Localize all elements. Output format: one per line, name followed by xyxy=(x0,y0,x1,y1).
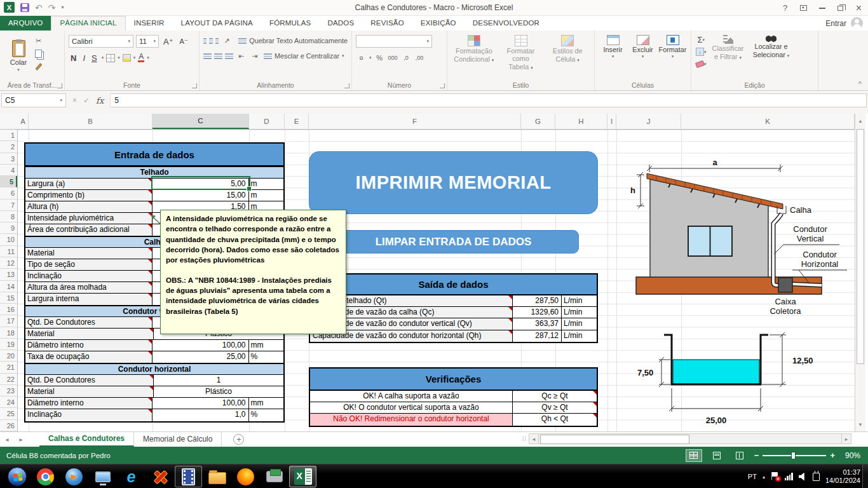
taskbar-remote-desktop[interactable] xyxy=(89,466,116,487)
entrada-label[interactable]: Material xyxy=(25,329,154,339)
zoom-slider-handle[interactable] xyxy=(791,452,796,459)
row-header-15[interactable]: 15 xyxy=(0,292,17,304)
row-header-12[interactable]: 12 xyxy=(0,257,17,269)
sort-filter-button[interactable]: Classificar e Filtrar ▾ xyxy=(707,33,749,80)
italic-button[interactable]: I xyxy=(81,53,87,63)
format-cells-button[interactable]: Formatar ▾ xyxy=(658,33,687,80)
splitter-handle[interactable]: ⁞⁞ xyxy=(522,436,527,442)
ribbon-tab-exibicao[interactable]: EXIBIÇÃO xyxy=(412,16,465,30)
device-icon[interactable] xyxy=(813,473,820,481)
horizontal-scroll-thumb[interactable] xyxy=(540,435,689,444)
sheet-nav-left-icon[interactable]: ◂ xyxy=(0,432,14,447)
increase-decimal-button[interactable]: ,0 xyxy=(401,53,412,64)
ribbon-tab-dados[interactable]: DADOS xyxy=(319,16,362,30)
entrada-label[interactable]: Área de contribuição adicional xyxy=(25,224,153,235)
row-header-20[interactable]: 20 xyxy=(0,350,17,362)
scroll-up-arrow[interactable]: ▴ xyxy=(855,115,865,126)
restore-button[interactable] xyxy=(831,0,850,16)
column-header-e[interactable]: E xyxy=(285,114,309,129)
page-break-view-button[interactable] xyxy=(731,449,748,462)
confirm-entry-icon[interactable]: ✓ xyxy=(83,96,90,105)
find-select-button[interactable]: Localizar e Selecionar ▾ xyxy=(749,33,794,80)
align-middle-button[interactable] xyxy=(209,38,212,44)
saida-value[interactable]: 287,50 xyxy=(513,295,562,306)
saida-value[interactable]: 363,37 xyxy=(513,318,562,329)
borders-button[interactable] xyxy=(106,54,115,62)
cut-button[interactable]: ✂ xyxy=(33,36,44,46)
autosum-button[interactable]: Σ ▾ xyxy=(695,34,707,45)
minimize-button[interactable] xyxy=(813,0,831,16)
entrada-value[interactable]: 1,0 xyxy=(153,409,248,421)
font-color-button[interactable]: A xyxy=(138,53,144,62)
ribbon-tab-revisao[interactable]: REVISÃO xyxy=(362,16,412,30)
entrada-label[interactable]: Taxa de ocupação xyxy=(25,351,153,362)
font-dialog-launcher[interactable] xyxy=(192,83,197,88)
normal-view-button[interactable] xyxy=(686,449,702,462)
align-top-button[interactable] xyxy=(203,38,207,44)
entrada-label[interactable]: Altura (h) xyxy=(25,201,153,212)
column-header-b[interactable]: B xyxy=(29,114,153,129)
row-header-3[interactable]: 3 xyxy=(0,153,17,165)
font-name-select[interactable]: Calibri▾ xyxy=(69,35,133,48)
entrada-value[interactable]: 100,00 xyxy=(153,398,248,409)
row-header-5[interactable]: 5 xyxy=(0,176,17,187)
entrada-label[interactable]: Diâmetro interno xyxy=(25,340,153,351)
entrada-value[interactable]: 100,00 xyxy=(153,340,248,351)
row-header-13[interactable]: 13 xyxy=(0,269,17,280)
sheet-tab-memorial-de-calculo[interactable]: Memorial de Cálculo xyxy=(134,432,222,447)
entrada-label[interactable]: Comprimento (b) xyxy=(25,190,153,201)
fill-color-button[interactable] xyxy=(123,54,131,62)
merge-center-button[interactable]: Mesclar e Centralizar xyxy=(275,52,339,60)
entrada-label[interactable]: Intensidade pluviométrica xyxy=(25,213,153,224)
row-header-1[interactable]: 1 xyxy=(0,130,17,141)
start-button[interactable] xyxy=(3,466,31,487)
increase-indent-button[interactable]: ⇥ xyxy=(249,51,260,62)
scroll-right-arrow[interactable]: ▸ xyxy=(841,433,851,444)
imprimir-memorial-button[interactable]: IMPRIMIR MEMORIAL xyxy=(309,151,598,214)
taskbar-internet-explorer[interactable]: e xyxy=(118,466,145,487)
row-header-9[interactable]: 9 xyxy=(0,222,17,234)
action-center-icon[interactable]: ✕ xyxy=(771,472,779,481)
align-bottom-button[interactable] xyxy=(215,38,219,44)
entrada-unit[interactable]: mm xyxy=(248,398,283,409)
entrada-label[interactable]: Diâmetro interno xyxy=(25,398,153,409)
ribbon-tab-formulas[interactable]: FÓRMULAS xyxy=(261,16,320,30)
entrada-label[interactable]: Tipo de seção xyxy=(25,259,153,270)
entrada-label[interactable]: Inclinação xyxy=(25,409,153,421)
row-header-17[interactable]: 17 xyxy=(0,315,17,327)
format-as-table-button[interactable]: Formatar como Tabela ▾ xyxy=(498,33,544,80)
verificacao-status[interactable]: Não OK! Redimensionar o condutor horizon… xyxy=(310,414,513,425)
formula-input[interactable]: 5 xyxy=(111,93,867,107)
ribbon-tab-pagina-inicial[interactable]: PÁGINA INICIAL xyxy=(51,16,125,30)
verificacao-formula[interactable]: Qc ≥ Qt xyxy=(513,391,597,402)
close-button[interactable]: × xyxy=(850,0,868,16)
entrada-unit[interactable]: m xyxy=(248,179,283,189)
ribbon-tab-arquivo[interactable]: ARQUIVO xyxy=(0,16,51,30)
column-header-h[interactable]: H xyxy=(555,114,607,129)
zoom-out-button[interactable]: − xyxy=(754,451,759,460)
avatar[interactable] xyxy=(851,17,863,29)
saida-value[interactable]: 1329,60 xyxy=(513,307,562,318)
ribbon-display-button[interactable] xyxy=(794,0,813,16)
column-header-i[interactable]: I xyxy=(607,114,616,129)
percent-style-button[interactable]: % xyxy=(374,53,385,64)
row-header-10[interactable]: 10 xyxy=(0,234,17,245)
saida-unit[interactable]: L/min xyxy=(562,295,597,306)
verificacao-formula[interactable]: Qh < Qt xyxy=(513,414,597,425)
row-header-7[interactable]: 7 xyxy=(0,200,17,211)
ribbon-tab-layout-da-pagina[interactable]: LAYOUT DA PÁGINA xyxy=(173,16,261,30)
paste-button[interactable]: Colar ▾ xyxy=(4,33,33,79)
cell-styles-button[interactable]: Estilos de Célula ▾ xyxy=(545,33,590,80)
taskbar-file-explorer[interactable] xyxy=(203,466,231,487)
insert-function-icon[interactable]: fx xyxy=(96,96,104,105)
align-right-button[interactable] xyxy=(225,53,233,59)
decrease-indent-button[interactable]: ⇤ xyxy=(236,51,247,62)
insert-cells-button[interactable]: Inserir ▾ xyxy=(599,33,627,80)
chevron-down-icon[interactable]: ▾ xyxy=(60,98,62,103)
verificacao-status[interactable]: OK! A calha suporta a vazão xyxy=(310,391,513,402)
align-center-button[interactable] xyxy=(214,53,222,59)
entrada-unit[interactable]: m xyxy=(248,190,283,201)
ribbon-tab-desenvolvedor[interactable]: DESENVOLVEDOR xyxy=(465,16,548,30)
sheet-tab-calhas-e-condutores[interactable]: Calhas e Condutores xyxy=(39,432,134,447)
taskbar-x-app[interactable] xyxy=(146,466,173,487)
